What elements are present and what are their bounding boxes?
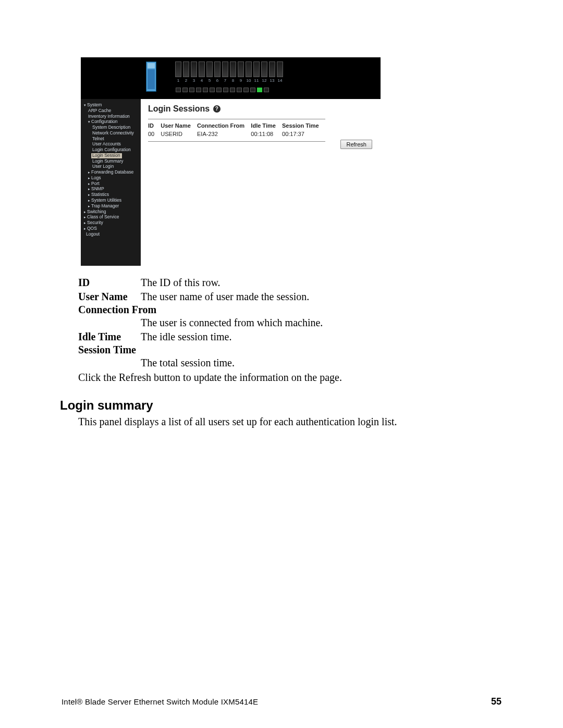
nav-forwarding-database[interactable]: Forwarding Database bbox=[83, 170, 139, 175]
led-row bbox=[176, 88, 269, 92]
port[interactable]: 6 bbox=[214, 61, 221, 83]
def-term: Connection From bbox=[78, 303, 485, 316]
port-row: 1 2 3 4 5 6 7 8 9 10 11 12 13 14 bbox=[175, 61, 284, 83]
content-pane: Login Sessions ? ID User Name Connection… bbox=[141, 99, 381, 266]
led bbox=[223, 88, 228, 92]
led bbox=[210, 88, 215, 92]
nav-port[interactable]: Port bbox=[83, 181, 139, 187]
def-desc: The ID of this row. bbox=[141, 276, 485, 289]
col-idle-time: Idle Time bbox=[251, 121, 282, 130]
nav-user-login[interactable]: User Login bbox=[83, 164, 139, 169]
def-connection-from: Connection From The user is connected fr… bbox=[78, 303, 485, 329]
cell-idle: 00:11:08 bbox=[251, 130, 282, 138]
led bbox=[189, 88, 194, 92]
nav-login-configuration[interactable]: Login Configuration bbox=[83, 147, 139, 153]
port[interactable]: 8 bbox=[229, 61, 237, 83]
col-connection-from: Connection From bbox=[197, 121, 251, 130]
table-row: 00 USERID EIA-232 00:11:08 00:17:37 bbox=[148, 130, 325, 138]
nav-class-of-service[interactable]: Class of Service bbox=[83, 215, 139, 220]
led-active bbox=[257, 88, 262, 92]
app-screenshot: 1 2 3 4 5 6 7 8 9 10 11 12 13 14 bbox=[81, 57, 381, 266]
page: 1 2 3 4 5 6 7 8 9 10 11 12 13 14 bbox=[0, 0, 563, 728]
led bbox=[230, 88, 235, 92]
port[interactable]: 5 bbox=[206, 61, 213, 83]
nav-snmp[interactable]: SNMP bbox=[83, 187, 139, 192]
led bbox=[182, 88, 188, 92]
port[interactable]: 2 bbox=[182, 61, 190, 83]
led bbox=[250, 88, 255, 92]
section-body: This panel displays a list of all users … bbox=[78, 416, 485, 428]
switch-module-icon bbox=[146, 61, 156, 92]
col-id: ID bbox=[148, 121, 161, 130]
port[interactable]: 11 bbox=[253, 61, 260, 83]
nav-arp-cache[interactable]: ARP Cache bbox=[83, 108, 139, 114]
def-term: Idle Time bbox=[78, 330, 141, 343]
cell-sess: 00:17:37 bbox=[282, 130, 325, 138]
led bbox=[176, 88, 181, 92]
def-session-time: Session Time The total session time. bbox=[78, 343, 485, 369]
led bbox=[264, 88, 269, 92]
session-table: ID User Name Connection From Idle Time S… bbox=[148, 121, 325, 138]
nav-user-accounts[interactable]: User Accounts bbox=[83, 142, 139, 147]
def-desc: The user name of user made the session. bbox=[141, 290, 485, 303]
nav-logs[interactable]: Logs bbox=[83, 176, 139, 181]
page-title: Login Sessions ? bbox=[148, 104, 373, 114]
page-footer: Intel® Blade Server Ethernet Switch Modu… bbox=[62, 696, 501, 707]
nav-login-session[interactable]: Login Session bbox=[83, 153, 139, 158]
session-table-wrap: ID User Name Connection From Idle Time S… bbox=[148, 119, 325, 142]
nav-telnet[interactable]: Telnet bbox=[83, 137, 139, 142]
footer-product: Intel® Blade Server Ethernet Switch Modu… bbox=[62, 697, 258, 706]
col-session-time: Session Time bbox=[282, 121, 325, 130]
led bbox=[243, 88, 249, 92]
cell-conn: EIA-232 bbox=[197, 130, 251, 138]
nav-network-connectivity[interactable]: Network Connectivity bbox=[83, 131, 139, 136]
nav-system-description[interactable]: System Description bbox=[83, 125, 139, 130]
nav-security[interactable]: Security bbox=[83, 220, 139, 226]
def-term: ID bbox=[78, 276, 141, 289]
nav-trap-manager[interactable]: Trap Manager bbox=[83, 204, 139, 209]
port[interactable]: 14 bbox=[276, 61, 284, 83]
refresh-button[interactable]: Refresh bbox=[340, 140, 372, 149]
col-user-name: User Name bbox=[161, 121, 197, 130]
footer-page-number: 55 bbox=[491, 696, 501, 707]
port[interactable]: 1 bbox=[175, 61, 182, 83]
nav-system-utilities[interactable]: System Utilities bbox=[83, 198, 139, 203]
nav-login-summary[interactable]: Login Summary bbox=[83, 159, 139, 164]
nav-switching[interactable]: Switching bbox=[83, 209, 139, 215]
device-header: 1 2 3 4 5 6 7 8 9 10 11 12 13 14 bbox=[81, 57, 381, 99]
port[interactable]: 3 bbox=[190, 61, 198, 83]
def-term: Session Time bbox=[78, 343, 485, 356]
cell-user: USERID bbox=[161, 130, 197, 138]
section-heading-login-summary: Login summary bbox=[60, 398, 485, 413]
app-body: System ARP Cache Inventory Information C… bbox=[81, 99, 381, 266]
port[interactable]: 7 bbox=[222, 61, 229, 83]
definition-list: ID The ID of this row. User Name The use… bbox=[78, 276, 485, 369]
def-desc: The total session time. bbox=[78, 356, 485, 369]
led bbox=[196, 88, 201, 92]
nav-configuration[interactable]: Configuration bbox=[83, 119, 139, 125]
port[interactable]: 10 bbox=[245, 61, 252, 83]
port[interactable]: 13 bbox=[268, 61, 276, 83]
def-desc: The user is connected from which machine… bbox=[78, 316, 485, 329]
nav-inventory-info[interactable]: Inventory Information bbox=[83, 114, 139, 119]
led bbox=[203, 88, 208, 92]
nav-system[interactable]: System bbox=[83, 103, 139, 108]
def-id: ID The ID of this row. bbox=[78, 276, 485, 289]
led bbox=[237, 88, 242, 92]
port[interactable]: 4 bbox=[198, 61, 205, 83]
nav-qos[interactable]: QOS bbox=[83, 226, 139, 231]
led bbox=[216, 88, 222, 92]
def-desc: The idle session time. bbox=[141, 330, 485, 343]
table-header-row: ID User Name Connection From Idle Time S… bbox=[148, 121, 325, 130]
port[interactable]: 9 bbox=[237, 61, 244, 83]
nav-logout[interactable]: Logout bbox=[83, 232, 139, 237]
cell-id: 00 bbox=[148, 130, 161, 138]
refresh-note: Click the Refresh button to update the i… bbox=[78, 372, 485, 384]
nav-tree: System ARP Cache Inventory Information C… bbox=[81, 99, 141, 266]
def-user-name: User Name The user name of user made the… bbox=[78, 290, 485, 303]
nav-statistics[interactable]: Statistics bbox=[83, 192, 139, 198]
def-idle-time: Idle Time The idle session time. bbox=[78, 330, 485, 343]
def-term: User Name bbox=[78, 290, 141, 303]
port[interactable]: 12 bbox=[261, 61, 268, 83]
help-icon[interactable]: ? bbox=[213, 105, 221, 113]
